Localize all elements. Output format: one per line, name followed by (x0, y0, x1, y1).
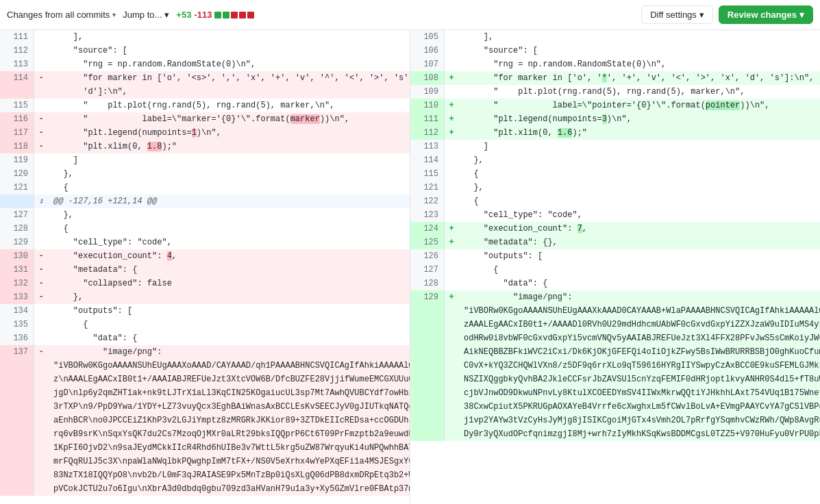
line-number (0, 373, 34, 386)
line-content: rq6vB9srK\nSqxYsQK7du2Cs7MzoqOjMXr0aLRt2… (48, 427, 410, 441)
diff-line: 131- "metadata": { (0, 263, 410, 277)
line-content: C0vX+kYQ3ZCHQWlVXn8/z5DF9q6rrXLo9qT59616… (458, 359, 820, 373)
diff-line: C0vX+kYQ3ZCHQWlVXn8/z5DF9q6rrXLo9qT59616… (410, 359, 820, 373)
line-number: 128 (410, 277, 445, 290)
left-diff-panel: 111 ],112 "source": [113 "rng = np.rando… (0, 30, 410, 504)
line-content: { (458, 194, 820, 208)
line-number: 127 (0, 208, 34, 222)
line-sign (34, 400, 48, 414)
line-sign (445, 181, 458, 194)
line-sign: - (34, 249, 48, 263)
header-right: Diff settings ▾ Review changes ▾ (641, 5, 813, 24)
line-sign (445, 277, 458, 290)
diff-line: 113 "rng = np.random.RandomState(0)\n", (0, 58, 410, 71)
line-sign: + (445, 236, 458, 249)
diff-line: 115 " plt.plot(rng.rand(5), rng.rand(5),… (0, 99, 410, 112)
line-number: 113 (410, 140, 445, 153)
line-sign (34, 153, 48, 167)
commits-dropdown[interactable]: Changes from all commits ▾ (7, 10, 116, 20)
line-content: }, (48, 208, 410, 222)
line-sign (34, 318, 48, 331)
line-content: "cell_type": "code", (48, 236, 410, 249)
line-number (410, 331, 445, 345)
additions-count: +53 (176, 10, 191, 20)
line-content: "outputs": [ (48, 304, 410, 318)
diff-line: 109 " plt.plot(rng.rand(5), rng.rand(5),… (410, 85, 820, 99)
review-changes-button[interactable]: Review changes ▾ (719, 5, 813, 24)
line-number: 135 (0, 318, 34, 331)
deletions-count: -113 (194, 10, 212, 20)
line-number: 129 (410, 290, 445, 304)
diff-line: 118- "plt.xlim(0, 1.8);" (0, 140, 410, 153)
line-content: "plt.legend(numpoints=1)\n", (48, 126, 410, 140)
line-number (0, 386, 34, 400)
jump-dropdown[interactable]: Jump to... ▾ (123, 10, 169, 20)
line-number: 116 (0, 112, 34, 126)
line-number: 115 (0, 99, 34, 112)
diff-line: 132- "collapsed": false (0, 277, 410, 290)
line-content: "data": { (458, 277, 820, 290)
line-number: 115 (410, 167, 445, 181)
line-sign: + (445, 71, 458, 85)
diff-line: z\nAAALEgAACxIB0t1+/AAAIABJREFUeJzt3XtcV… (0, 373, 410, 386)
line-sign: + (445, 126, 458, 140)
line-number (410, 373, 445, 386)
hunk-expand-icon[interactable]: ⇕ (34, 194, 48, 208)
line-number (0, 482, 34, 496)
line-number: 112 (0, 44, 34, 58)
line-number: 111 (0, 30, 34, 44)
line-content: cjbVJnwOD9DkwuNPnvLy8KtulXCOEEDYmSV4IIWx… (458, 386, 820, 400)
line-content: "outputs": [ (458, 249, 820, 263)
diff-line: 38CxwCpiutX5PKRUGpAOXAYeB4Vrrfe6cXwghxLm… (410, 400, 820, 414)
line-number (0, 441, 34, 455)
diff-blocks (214, 12, 254, 18)
line-number (0, 414, 34, 427)
line-number: 119 (0, 153, 34, 167)
line-content: "collapsed": false (48, 277, 410, 290)
line-number (410, 318, 445, 331)
diff-line: 133- }, (0, 290, 410, 304)
line-sign: - (34, 126, 48, 140)
diff-line: 112 "source": [ (0, 44, 410, 58)
right-diff-panel: 105 ],106 "source": [107 "rng = np.rando… (410, 30, 820, 504)
diff-line: 127 { (410, 263, 820, 277)
line-content: " label=\"marker='{0}'\".format(marker))… (48, 112, 410, 126)
diff-line: 121 { (0, 181, 410, 194)
line-sign (34, 167, 48, 181)
line-content: z\nAAALEgAACxIB0t1+/AAAIABJREFUeJzt3XtcV… (48, 373, 410, 386)
line-number: 128 (0, 222, 34, 236)
line-content: 3rTXP\n9/PpD9Ywa/1YDY+LZ73vuyQcx3EghBAiW… (48, 400, 410, 414)
diff-line: 128 { (0, 222, 410, 236)
diff-line: 123 "cell_type": "code", (410, 208, 820, 222)
line-content: "rng = np.random.RandomState(0)\n", (458, 58, 820, 71)
line-number (0, 85, 34, 99)
line-content: { (48, 318, 410, 331)
diff-line: 122 { (410, 194, 820, 208)
line-content: aEnhBCR\no0JPCCEiZ1KhP3v2LGJiYmptz8zMRGR… (48, 414, 410, 427)
line-sign: + (445, 222, 458, 236)
line-number: 106 (410, 44, 445, 58)
line-number (410, 386, 445, 400)
line-content: }, (48, 167, 410, 181)
diff-line: Dy0r3yQXudOPcfqnimzgjI8Mj+wrh7zIyMkhKSqK… (410, 427, 820, 441)
line-number (410, 400, 445, 414)
line-sign (34, 304, 48, 318)
diff-block-4 (239, 12, 246, 18)
diff-line: 107 "rng = np.random.RandomState(0)\n", (410, 58, 820, 71)
hunk-content: @@ -127,16 +121,14 @@ (48, 194, 410, 208)
diff-line: 128 "data": { (410, 277, 820, 290)
diff-settings-button[interactable]: Diff settings ▾ (641, 5, 713, 24)
line-number: 129 (0, 236, 34, 249)
line-content: ] (458, 140, 820, 153)
line-content: "metadata": {}, (458, 236, 820, 249)
line-number: 125 (410, 236, 445, 249)
diff-block-1 (214, 12, 221, 18)
line-number: 137 (0, 345, 34, 359)
line-sign (34, 468, 48, 482)
line-sign (445, 167, 458, 181)
line-content: "source": [ (48, 44, 410, 58)
diff-line: 119 ] (0, 153, 410, 167)
diff-line: aEnhBCR\no0JPCCEiZ1KhP3v2LGJiYmptz8zMRGR… (0, 414, 410, 427)
diff-settings-chevron: ▾ (699, 10, 704, 20)
diff-line: 129+ "image/png": (410, 290, 820, 304)
